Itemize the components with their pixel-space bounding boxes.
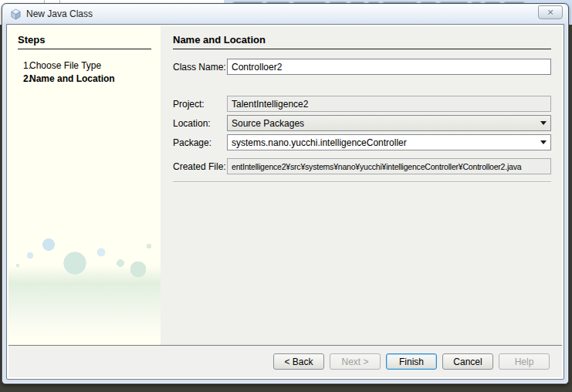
step-item-name-and-location: 2. Name and Location xyxy=(8,73,161,86)
project-field xyxy=(227,96,551,112)
created-file-row: Created File: xyxy=(173,158,551,174)
class-name-input[interactable] xyxy=(227,59,551,75)
location-label: Location: xyxy=(173,118,227,129)
steps-heading: Steps xyxy=(18,34,151,49)
package-value: systems.nano.yucchi.intelligenceControll… xyxy=(232,137,407,148)
created-file-field xyxy=(227,158,551,174)
chevron-down-icon xyxy=(540,140,547,144)
window-title: New Java Class xyxy=(26,8,93,19)
created-file-label: Created File: xyxy=(173,161,227,172)
wizard-watermark-bubbles xyxy=(8,223,161,339)
title-bar[interactable]: New Java Class xyxy=(3,5,567,23)
package-label: Package: xyxy=(173,137,227,148)
wizard-button-bar: < Back Next > Finish Cancel Help xyxy=(8,345,562,377)
project-label: Project: xyxy=(173,99,227,110)
project-row: Project: xyxy=(173,96,551,112)
class-name-label: Class Name: xyxy=(173,62,227,73)
netbeans-cube-icon xyxy=(10,8,22,20)
location-row: Location: Source Packages xyxy=(173,115,551,131)
chevron-down-icon xyxy=(540,121,547,125)
name-and-location-form: Name and Location Class Name: Project: L… xyxy=(161,26,562,345)
back-button[interactable]: < Back xyxy=(273,353,324,370)
step-label: Name and Location xyxy=(29,73,115,86)
class-name-row: Class Name: xyxy=(173,59,551,75)
next-button: Next > xyxy=(330,353,381,370)
new-java-class-dialog: New Java Class ✕ Steps 1. Choose File Ty… xyxy=(2,3,569,384)
location-selected-value: Source Packages xyxy=(232,118,304,129)
close-button[interactable]: ✕ xyxy=(538,5,563,19)
steps-list: 1. Choose File Type 2. Name and Location xyxy=(8,59,161,86)
steps-panel: Steps 1. Choose File Type 2. Name and Lo… xyxy=(8,26,161,345)
finish-button[interactable]: Finish xyxy=(386,353,437,370)
package-row: Package: systems.nano.yucchi.intelligenc… xyxy=(173,134,551,150)
form-separator xyxy=(173,181,551,183)
form-heading: Name and Location xyxy=(173,34,551,49)
step-item-choose-file-type: 1. Choose File Type xyxy=(8,59,161,73)
package-combobox[interactable]: systems.nano.yucchi.intelligenceControll… xyxy=(227,134,551,150)
cancel-button[interactable]: Cancel xyxy=(442,353,493,370)
dialog-client-area: Steps 1. Choose File Type 2. Name and Lo… xyxy=(6,24,564,380)
step-label: Choose File Type xyxy=(29,59,101,73)
location-dropdown[interactable]: Source Packages xyxy=(227,115,551,131)
help-button: Help xyxy=(499,353,550,370)
close-icon: ✕ xyxy=(547,8,553,17)
